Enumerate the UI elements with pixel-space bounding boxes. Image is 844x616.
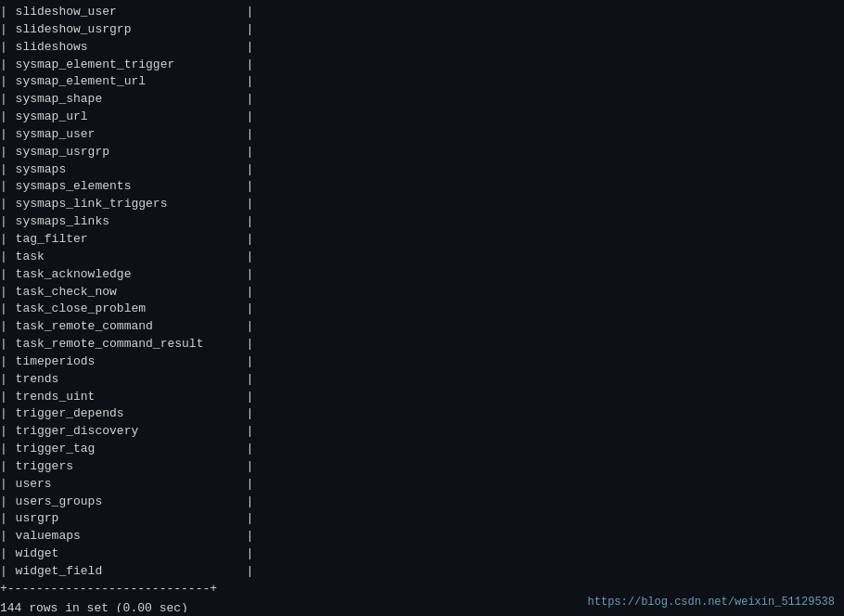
table-name: sysmap_element_url (15, 73, 247, 91)
table-row: | task_remote_command| (0, 318, 844, 336)
table-row: | timeperiods| (0, 353, 844, 371)
pipe-char: | (0, 126, 15, 144)
table-row: | widget_field| (0, 563, 844, 581)
pipe-char: | (0, 21, 15, 39)
pipe-char: | (0, 196, 15, 213)
pipe-end: | (247, 126, 254, 144)
pipe-end: | (247, 353, 254, 371)
table-name: widget_field (15, 563, 247, 581)
pipe-end: | (247, 231, 254, 249)
table-name: sysmap_element_trigger (15, 57, 247, 74)
table-row: | task_acknowledge| (0, 266, 844, 284)
pipe-end: | (247, 57, 254, 74)
table-name: slideshow_user (15, 4, 247, 21)
pipe-char: | (0, 57, 15, 74)
table-name: task_remote_command_result (15, 336, 247, 353)
pipe-char: | (0, 284, 15, 302)
table-name: task_check_now (15, 284, 247, 302)
table-name: sysmaps_link_triggers (15, 196, 247, 213)
table-name: trends (15, 371, 247, 389)
table-name: sysmaps_links (15, 213, 247, 231)
table-row: | sysmaps_links| (0, 213, 844, 231)
pipe-end: | (247, 336, 254, 353)
pipe-char: | (0, 545, 15, 563)
table-row: | slideshow_usrgrp| (0, 21, 844, 39)
pipe-end: | (247, 21, 254, 39)
table-name: timeperiods (15, 353, 247, 371)
url-bar: https://blog.csdn.net/weixin_51129538 (588, 596, 835, 609)
pipe-char: | (0, 353, 15, 371)
pipe-char: | (0, 336, 15, 353)
table-row: | trigger_tag| (0, 441, 844, 458)
pipe-char: | (0, 318, 15, 336)
table-name: slideshow_usrgrp (15, 21, 247, 39)
pipe-end: | (247, 178, 254, 196)
table-name: trigger_tag (15, 441, 247, 458)
table-row: | sysmap_url| (0, 109, 844, 126)
table-row: | triggers| (0, 458, 844, 476)
pipe-end: | (247, 73, 254, 91)
pipe-char: | (0, 73, 15, 91)
pipe-char: | (0, 39, 15, 57)
table-row: | sysmap_element_url| (0, 73, 844, 91)
table-row: | sysmap_element_trigger| (0, 57, 844, 74)
terminal-window: | slideshow_user|| slideshow_usrgrp|| sl… (0, 0, 844, 616)
pipe-end: | (247, 39, 254, 57)
pipe-char: | (0, 405, 15, 423)
pipe-end: | (247, 458, 254, 476)
table-name: users_groups (15, 494, 247, 511)
table-name: sysmaps_elements (15, 178, 247, 196)
pipe-char: | (0, 231, 15, 249)
table-name: sysmap_url (15, 109, 247, 126)
pipe-char: | (0, 494, 15, 511)
pipe-end: | (247, 161, 254, 179)
pipe-end: | (247, 563, 254, 581)
table-name: sysmap_user (15, 126, 247, 144)
table-name: trigger_depends (15, 405, 247, 423)
table-row: | valuemaps| (0, 528, 844, 545)
pipe-end: | (247, 266, 254, 284)
pipe-end: | (247, 545, 254, 563)
table-row: | usrgrp| (0, 510, 844, 528)
table-list: | slideshow_user|| slideshow_usrgrp|| sl… (0, 4, 844, 581)
pipe-end: | (247, 249, 254, 266)
table-row: | sysmaps| (0, 161, 844, 179)
pipe-char: | (0, 371, 15, 389)
pipe-char: | (0, 161, 15, 179)
table-name: task_remote_command (15, 318, 247, 336)
table-row: | trigger_depends| (0, 405, 844, 423)
pipe-end: | (247, 4, 254, 21)
pipe-end: | (247, 476, 254, 494)
table-name: task (15, 249, 247, 266)
table-row: | task| (0, 249, 844, 266)
pipe-end: | (247, 371, 254, 389)
pipe-end: | (247, 301, 254, 318)
pipe-char: | (0, 423, 15, 441)
pipe-end: | (247, 528, 254, 545)
pipe-char: | (0, 458, 15, 476)
table-row: | task_check_now| (0, 284, 844, 302)
pipe-char: | (0, 4, 15, 21)
table-row: | users_groups| (0, 494, 844, 511)
table-name: triggers (15, 458, 247, 476)
pipe-char: | (0, 563, 15, 581)
table-row: | sysmap_user| (0, 126, 844, 144)
pipe-end: | (247, 405, 254, 423)
pipe-end: | (247, 441, 254, 458)
table-row: | task_remote_command_result| (0, 336, 844, 353)
pipe-char: | (0, 144, 15, 161)
pipe-char: | (0, 249, 15, 266)
table-name: sysmaps (15, 161, 247, 179)
table-row: | tag_filter| (0, 231, 844, 249)
pipe-char: | (0, 528, 15, 545)
pipe-end: | (247, 284, 254, 302)
table-name: task_acknowledge (15, 266, 247, 284)
table-row: | sysmaps_elements| (0, 178, 844, 196)
pipe-char: | (0, 109, 15, 126)
table-row: | slideshow_user| (0, 4, 844, 21)
table-name: usrgrp (15, 510, 247, 528)
table-row: | sysmaps_link_triggers| (0, 196, 844, 213)
pipe-char: | (0, 301, 15, 318)
pipe-char: | (0, 476, 15, 494)
pipe-end: | (247, 510, 254, 528)
